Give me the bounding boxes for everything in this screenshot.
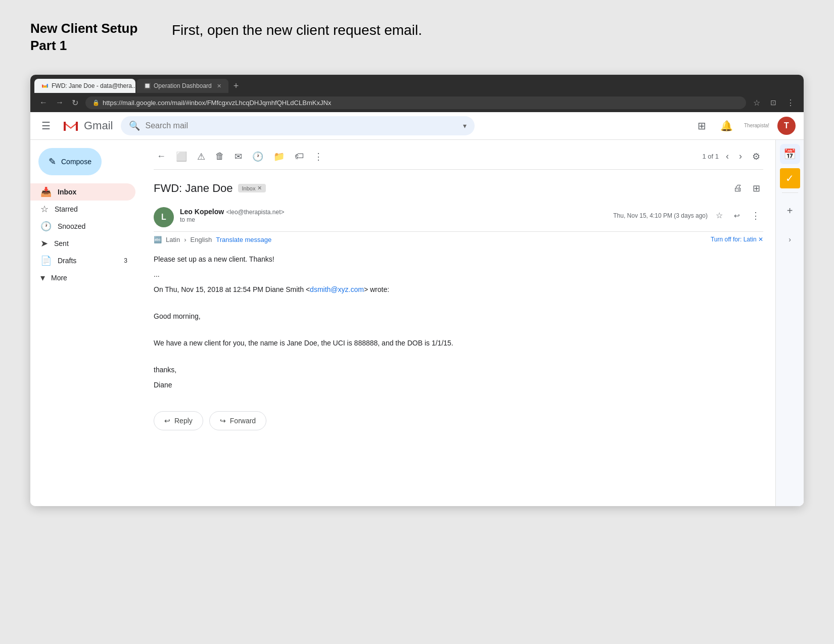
translate-bar: 🔤 Latin › English Translate message Turn… [154, 232, 763, 247]
move-to-button[interactable]: 📁 [270, 148, 288, 165]
archive-button[interactable]: ⬜ [173, 148, 190, 165]
translate-from: Latin [166, 236, 180, 243]
sender-to[interactable]: to me [180, 216, 607, 223]
menu-icon[interactable]: ⋮ [783, 97, 798, 109]
pagination-text: 1 of 1 [702, 153, 719, 160]
nav-buttons: ← → ↻ [36, 97, 81, 109]
draft-icon: 📄 [40, 255, 52, 266]
sidebar-item-inbox[interactable]: 📥 Inbox [30, 183, 135, 201]
collapse-icon[interactable]: › [780, 229, 800, 250]
inbox-icon: 📥 [40, 186, 52, 197]
snooze-button[interactable]: 🕐 [249, 148, 266, 165]
email-body-ellipsis: ... [154, 269, 763, 280]
turn-off-link[interactable]: Turn off for: Latin ✕ [711, 236, 763, 243]
translate-arrow: › [184, 236, 186, 243]
inbox-tag-close-icon[interactable]: ✕ [257, 185, 262, 191]
inbox-tag[interactable]: Inbox ✕ [238, 184, 266, 192]
url-field[interactable]: 🔒 https://mail.google.com/mail/#inbox/FM… [85, 96, 746, 109]
subject-right: 🖨 ⊞ [730, 180, 763, 197]
sender-name-row: Leo Kopelow <leo@therapista.net> [180, 207, 607, 216]
collapse-panel-button[interactable]: › [780, 229, 800, 250]
print-button[interactable]: 🖨 [730, 180, 746, 197]
add-icon[interactable]: + [780, 201, 800, 221]
quoted-email-link[interactable]: dsmith@xyz.com [310, 285, 364, 293]
reply-button[interactable]: ↩ Reply [154, 411, 203, 430]
header-right: ⊞ 🔔 Therapista! T [694, 117, 796, 135]
tab-operation-dashboard[interactable]: 🔲 Operation Dashboard ✕ [136, 79, 228, 93]
svg-rect-1 [64, 122, 66, 131]
gmail-search-bar[interactable]: 🔍 ▾ [121, 116, 475, 135]
search-dropdown-icon[interactable]: ▾ [463, 122, 467, 130]
tutorial-header: New Client Setup Part 1 First, open the … [30, 20, 804, 55]
operation-dashboard-favicon-icon: 🔲 [144, 82, 151, 89]
reply-quick-button[interactable]: ↩ [731, 209, 743, 223]
apps-grid-icon[interactable]: ⊞ [694, 117, 709, 135]
browser-chrome: FWD: Jane Doe - data@thera... ✕ 🔲 Operat… [30, 75, 804, 112]
tasks-panel-icon[interactable]: ✓ [780, 168, 800, 188]
reply-label: Reply [174, 417, 193, 425]
email-main-body: We have a new client for you, the name i… [154, 337, 763, 349]
forward-button[interactable]: → [53, 97, 67, 108]
therapista-logo-text: Therapista! [744, 123, 769, 128]
forward-label: Forward [230, 417, 256, 425]
prev-email-button[interactable]: ‹ [723, 148, 732, 165]
compose-button[interactable]: ✎ Compose [38, 148, 102, 175]
reply-actions: ↩ Reply ↪ Forward [154, 401, 763, 440]
email-meta-right: Thu, Nov 15, 4:10 PM (3 days ago) ☆ ↩ ⋮ [613, 207, 763, 224]
user-avatar[interactable]: T [777, 117, 796, 135]
drafts-badge: 3 [124, 257, 127, 264]
sidebar-inbox-label: Inbox [58, 188, 76, 196]
next-email-button[interactable]: › [736, 148, 745, 165]
email-signature: Diane [154, 379, 763, 390]
right-panels: 📅 ✓ + › [775, 140, 804, 506]
hamburger-menu-icon[interactable]: ☰ [38, 117, 54, 135]
sidebar-item-snoozed[interactable]: 🕐 Snoozed [30, 218, 135, 235]
therapista-logo-wrap: Therapista! [744, 123, 769, 128]
forward-button[interactable]: ↪ Forward [209, 411, 266, 430]
mark-unread-button[interactable]: ✉ [231, 148, 245, 165]
star-email-button[interactable]: ☆ [713, 208, 726, 223]
delete-button[interactable]: 🗑 [212, 148, 227, 165]
translate-to: English [191, 236, 212, 243]
spam-button[interactable]: ⚠ [194, 148, 208, 165]
email-body: Please set up as a new client. Thanks! .… [154, 247, 763, 401]
search-input[interactable] [145, 121, 458, 130]
notifications-icon[interactable]: 🔔 [717, 117, 736, 135]
sidebar-item-more[interactable]: ▾ More [30, 269, 135, 286]
address-bar: ← → ↻ 🔒 https://mail.google.com/mail/#in… [30, 93, 804, 112]
add-panel-button[interactable]: + [780, 201, 800, 221]
sidebar-item-drafts[interactable]: 📄 Drafts 3 [30, 252, 135, 269]
browser-actions: ☆ ⊡ ⋮ [750, 97, 798, 109]
bookmark-icon[interactable]: ☆ [750, 97, 763, 109]
sender-email: <leo@therapista.net> [226, 209, 285, 216]
label-button[interactable]: 🏷 [292, 148, 307, 165]
sidebar-item-sent[interactable]: ➤ Sent [30, 235, 135, 252]
email-more-button[interactable]: ⋮ [748, 207, 763, 224]
gmail-app-name: Gmail [84, 119, 113, 132]
more-options-button[interactable]: ⋮ [311, 148, 326, 165]
email-toolbar: ← ⬜ ⚠ 🗑 ✉ 🕐 📁 🏷 ⋮ 1 of 1 ‹ › ⚙ [154, 144, 763, 170]
new-window-button[interactable]: ⊞ [750, 180, 763, 197]
back-to-inbox-button[interactable]: ← [154, 148, 169, 165]
gmail-logo: Gmail [62, 117, 113, 135]
refresh-button[interactable]: ↻ [69, 97, 81, 109]
cast-icon[interactable]: ⊡ [767, 97, 779, 108]
sidebar-item-starred[interactable]: ☆ Starred [30, 201, 135, 218]
translate-message-link[interactable]: Translate message [216, 236, 271, 243]
tab-gmail-label: FWD: Jane Doe - data@thera... [52, 82, 135, 89]
email-subject-row: FWD: Jane Doe Inbox ✕ 🖨 ⊞ [154, 174, 763, 203]
sender-name: Leo Kopelow [180, 208, 224, 216]
lock-icon: 🔒 [92, 100, 100, 106]
meet-panel-icon[interactable]: 📅 [780, 144, 800, 164]
new-tab-button[interactable]: + [229, 79, 243, 93]
panel-separator [782, 192, 798, 193]
star-icon: ☆ [40, 204, 49, 215]
settings-button[interactable]: ⚙ [749, 148, 763, 165]
sidebar-snoozed-label: Snoozed [58, 222, 85, 230]
sidebar-starred-label: Starred [55, 205, 78, 213]
sidebar-more-label: More [51, 274, 67, 282]
back-button[interactable]: ← [36, 97, 51, 108]
tab-operation-close[interactable]: ✕ [217, 83, 221, 89]
gmail-app: ☰ Gmail 🔍 ▾ ⊞ 🔔 [30, 112, 804, 506]
tab-gmail[interactable]: FWD: Jane Doe - data@thera... ✕ [34, 79, 135, 93]
